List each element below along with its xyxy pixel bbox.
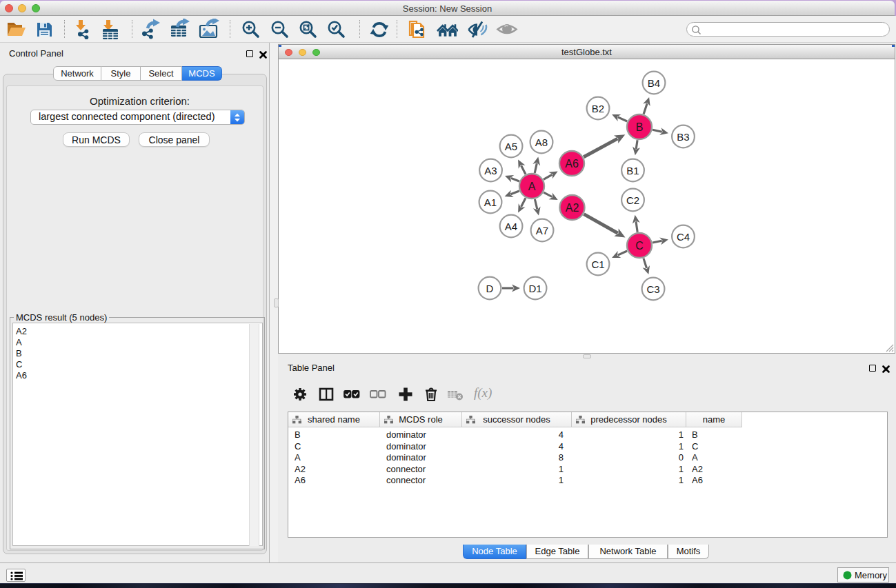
svg-text:B1: B1 [626,165,639,176]
svg-text:A: A [528,181,536,192]
svg-text:A3: A3 [484,165,497,176]
svg-text:B2: B2 [592,103,604,114]
svg-text:C2: C2 [626,194,639,206]
svg-text:A7: A7 [536,225,548,236]
svg-text:A5: A5 [505,141,517,152]
svg-text:D: D [486,283,494,294]
svg-text:A6: A6 [565,158,579,170]
svg-text:C3: C3 [646,283,659,295]
svg-text:D1: D1 [528,283,541,294]
svg-text:B3: B3 [677,131,689,143]
svg-text:C1: C1 [591,258,604,270]
svg-text:B4: B4 [648,77,660,89]
svg-text:A1: A1 [484,196,497,208]
svg-text:A2: A2 [566,202,579,214]
svg-text:C: C [635,240,644,252]
svg-text:A8: A8 [535,136,548,148]
svg-text:B: B [636,121,644,133]
svg-text:A4: A4 [505,221,517,232]
svg-text:C4: C4 [677,231,690,243]
